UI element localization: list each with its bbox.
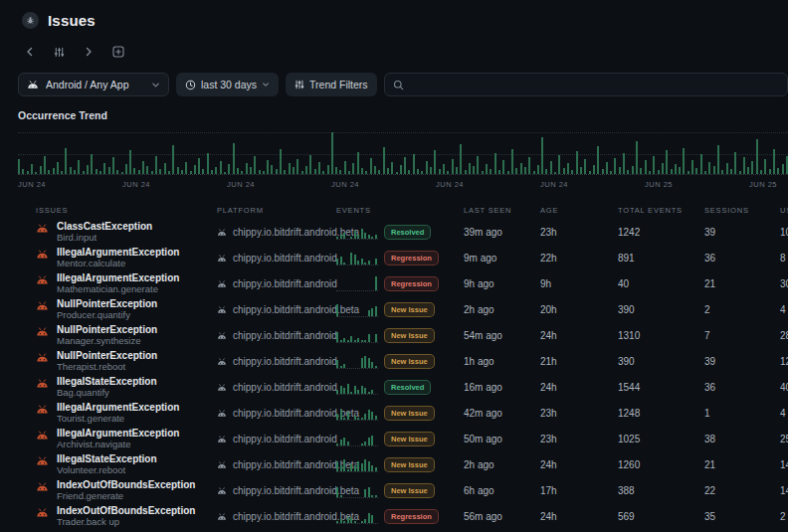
trend-bar bbox=[683, 148, 685, 174]
android-issue-icon bbox=[36, 249, 49, 260]
time-range-button[interactable]: last 30 days bbox=[176, 73, 279, 96]
total-events-value: 1248 bbox=[618, 408, 704, 419]
axis-tick-label: JUN 24 bbox=[436, 180, 464, 189]
trend-bar bbox=[563, 168, 565, 174]
table-row[interactable]: NullPointerException Therapist.reboot ch… bbox=[0, 348, 788, 374]
trend-bar bbox=[344, 161, 346, 174]
events-cell: New Issue bbox=[336, 353, 464, 369]
users-value: 28 bbox=[780, 330, 788, 341]
platform-name: chippy.io.bitdrift.android bbox=[233, 382, 337, 393]
trend-bar bbox=[777, 168, 779, 174]
table-row[interactable]: NullPointerException Manager.synthesize … bbox=[0, 322, 788, 348]
events-cell: Resolved bbox=[336, 379, 464, 395]
android-issue-icon bbox=[36, 223, 49, 234]
platform-cell: chippy.io.bitdrift.android.beta bbox=[217, 304, 336, 315]
trend-bar bbox=[734, 152, 736, 174]
trend-bar bbox=[447, 171, 449, 174]
android-issue-icon bbox=[36, 404, 49, 415]
android-platform-icon bbox=[217, 512, 227, 521]
issue-title: IllegalArgumentException bbox=[57, 247, 179, 258]
status-badge: New Issue bbox=[384, 328, 435, 343]
trend-bar bbox=[627, 170, 629, 174]
table-row[interactable]: IndexOutOfBoundsException Friend.generat… bbox=[0, 477, 788, 503]
trend-bar bbox=[27, 171, 29, 175]
occurrence-trend-chart bbox=[18, 128, 788, 175]
trend-bar bbox=[172, 145, 174, 174]
status-badge: New Issue bbox=[384, 483, 435, 498]
trend-filters-button[interactable]: Trend Filters bbox=[286, 73, 377, 96]
issue-cell: IndexOutOfBoundsException Trader.back up bbox=[36, 505, 217, 527]
android-platform-icon bbox=[217, 486, 227, 495]
table-row[interactable]: IllegalArgumentException Mathematician.g… bbox=[0, 270, 788, 296]
column-header-users: USERS bbox=[780, 206, 788, 215]
trend-bar bbox=[91, 154, 93, 174]
search-box[interactable] bbox=[384, 73, 788, 96]
app-selector[interactable]: Android / Any App bbox=[18, 73, 169, 96]
add-view-button[interactable] bbox=[112, 46, 124, 58]
chevron-right-icon bbox=[84, 47, 94, 57]
sessions-value: 1 bbox=[704, 408, 780, 419]
next-button[interactable] bbox=[84, 47, 94, 57]
trend-chart-axis: JUN 24JUN 24JUN 24JUN 24JUN 24JUN 24JUN … bbox=[18, 180, 788, 192]
table-row[interactable]: IllegalStateException Volunteer.reboot c… bbox=[0, 451, 788, 477]
trend-bar bbox=[18, 159, 20, 174]
trend-bar bbox=[99, 171, 101, 174]
prev-button[interactable] bbox=[25, 47, 35, 57]
events-sparkline bbox=[336, 482, 378, 498]
issue-subtitle: Manager.synthesize bbox=[57, 335, 157, 346]
trend-bar bbox=[649, 171, 651, 174]
trend-bar bbox=[87, 165, 89, 174]
issue-cell: IllegalArgumentException Archivist.navig… bbox=[36, 428, 217, 449]
trend-bar bbox=[348, 171, 350, 175]
table-row[interactable]: ClassCastException Bird.input chippy.io.… bbox=[0, 219, 788, 245]
users-value: 4 bbox=[780, 304, 788, 315]
trend-bar bbox=[259, 170, 261, 174]
trend-bar bbox=[146, 166, 148, 174]
trend-bar bbox=[237, 168, 239, 174]
trend-bar bbox=[365, 171, 367, 174]
trend-bar bbox=[502, 160, 504, 174]
trend-bar bbox=[721, 170, 723, 174]
trend-bar bbox=[190, 171, 192, 174]
trend-bar bbox=[666, 150, 668, 174]
events-sparkline bbox=[336, 431, 378, 446]
table-row[interactable]: IllegalArgumentException Tourist.generat… bbox=[0, 400, 788, 426]
time-range-label: last 30 days bbox=[201, 79, 257, 90]
table-row[interactable]: IllegalArgumentException Mentor.calculat… bbox=[0, 245, 788, 270]
last-seen-value: 9h ago bbox=[464, 278, 540, 289]
trend-bar bbox=[421, 171, 423, 175]
search-input[interactable] bbox=[410, 79, 779, 90]
axis-tick-label: JUN 24 bbox=[540, 180, 568, 189]
table-row[interactable]: IndexOutOfBoundsException Trader.back up… bbox=[0, 503, 788, 529]
trend-chart-bars bbox=[18, 130, 788, 174]
table-row[interactable]: IllegalArgumentException Archivist.navig… bbox=[0, 426, 788, 451]
add-square-icon bbox=[112, 46, 124, 58]
trend-bar bbox=[460, 144, 462, 174]
sessions-value: 22 bbox=[704, 485, 780, 496]
trend-bar bbox=[782, 164, 784, 174]
trend-bar bbox=[181, 170, 183, 174]
trend-title: Occurrence Trend bbox=[18, 109, 788, 121]
issue-subtitle: Volunteer.reboot bbox=[57, 464, 157, 475]
trend-bar bbox=[96, 169, 98, 174]
trend-bar bbox=[396, 172, 398, 174]
table-row[interactable]: IllegalStateException Bag.quantify chipp… bbox=[0, 374, 788, 400]
platform-cell: chippy.io.bitdrift.android bbox=[217, 356, 336, 367]
bug-icon bbox=[22, 12, 39, 29]
events-cell: Regression bbox=[336, 250, 464, 266]
filter-button[interactable] bbox=[54, 47, 65, 58]
trend-bar bbox=[53, 168, 55, 174]
platform-name: chippy.io.bitdrift.android bbox=[233, 434, 337, 444]
trend-bar bbox=[378, 170, 380, 174]
trend-bar bbox=[571, 170, 573, 174]
trend-bar bbox=[142, 161, 144, 174]
events-cell: Regression bbox=[336, 508, 464, 524]
trend-bar bbox=[456, 167, 458, 174]
table-row[interactable]: NullPointerException Producer.quantify c… bbox=[0, 296, 788, 322]
events-cell: New Issue bbox=[336, 405, 464, 421]
status-badge: Resolved bbox=[384, 225, 431, 240]
status-badge: New Issue bbox=[384, 457, 435, 472]
last-seen-value: 6h ago bbox=[464, 485, 540, 496]
events-cell: New Issue bbox=[336, 482, 464, 498]
trend-bar bbox=[327, 165, 329, 174]
